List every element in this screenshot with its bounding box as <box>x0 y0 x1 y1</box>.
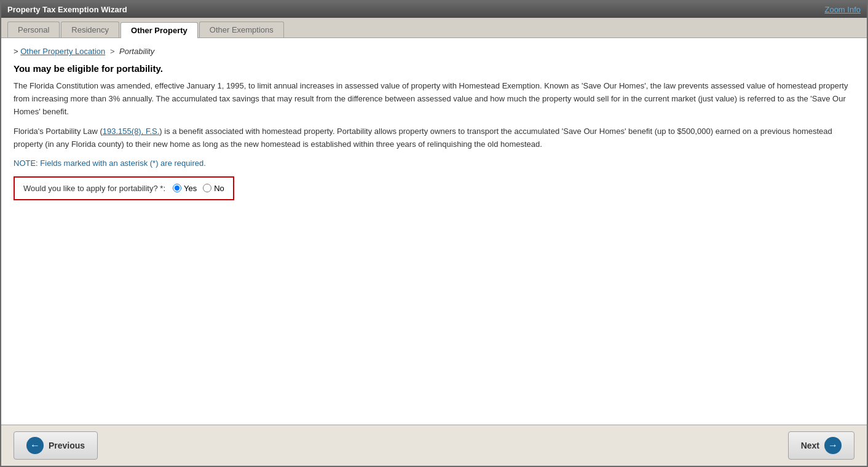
portability-law-link[interactable]: 193.155(8), F.S. <box>103 127 160 136</box>
question-label: Would you like to apply for portability?… <box>23 184 165 193</box>
tabs-bar: Personal Residency Other Property Other … <box>1 18 867 38</box>
paragraph2-prefix: Florida's Portability Law ( <box>14 127 103 136</box>
breadcrumb-link[interactable]: Other Property Location <box>20 47 105 56</box>
breadcrumb-separator-right: > <box>110 47 115 56</box>
tab-other-exemptions[interactable]: Other Exemptions <box>199 22 284 37</box>
breadcrumb-current: Portability <box>119 47 154 56</box>
next-button[interactable]: Next → <box>788 431 854 460</box>
radio-no-input[interactable] <box>203 184 211 192</box>
radio-no-option[interactable]: No <box>203 184 224 193</box>
zoom-info-link[interactable]: Zoom Info <box>824 5 861 14</box>
next-label: Next <box>801 441 819 450</box>
tab-other-property[interactable]: Other Property <box>120 22 198 38</box>
section-title: You may be eligible for portability. <box>14 63 854 74</box>
tab-personal[interactable]: Personal <box>7 22 60 37</box>
title-bar: Property Tax Exemption Wizard Zoom Info <box>1 1 867 18</box>
radio-yes-option[interactable]: Yes <box>173 184 197 193</box>
radio-yes-input[interactable] <box>173 184 181 192</box>
radio-yes-label: Yes <box>184 184 197 193</box>
footer: ← Previous Next → <box>1 425 867 466</box>
tab-residency[interactable]: Residency <box>61 22 119 37</box>
previous-arrow-icon: ← <box>26 437 44 454</box>
breadcrumb-separator-left: > <box>14 47 20 56</box>
main-content: > Other Property Location > Portability … <box>1 38 867 425</box>
radio-no-label: No <box>214 184 224 193</box>
note-text: NOTE: Fields marked with an asterisk (*)… <box>14 159 854 168</box>
question-box: Would you like to apply for portability?… <box>14 176 234 200</box>
paragraph-1: The Florida Constitution was amended, ef… <box>14 80 854 118</box>
main-window: Property Tax Exemption Wizard Zoom Info … <box>0 0 868 467</box>
next-arrow-icon: → <box>824 437 842 454</box>
window-title: Property Tax Exemption Wizard <box>7 5 127 14</box>
previous-label: Previous <box>49 441 85 450</box>
paragraph-2: Florida's Portability Law (193.155(8), F… <box>14 125 854 151</box>
radio-group: Yes No <box>173 184 224 193</box>
previous-button[interactable]: ← Previous <box>14 431 98 460</box>
breadcrumb: > Other Property Location > Portability <box>14 47 854 56</box>
